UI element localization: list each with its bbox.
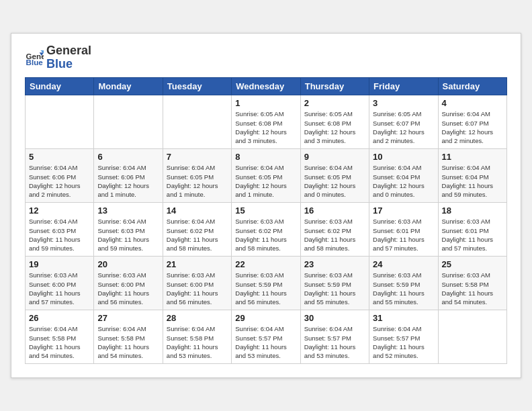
calendar-cell: 12Sunrise: 6:04 AM Sunset: 6:03 PM Dayli… bbox=[26, 203, 94, 257]
calendar-cell bbox=[26, 95, 94, 149]
calendar-cell: 23Sunrise: 6:03 AM Sunset: 5:59 PM Dayli… bbox=[300, 257, 369, 310]
day-number: 11 bbox=[442, 152, 503, 162]
day-info: Sunrise: 6:04 AM Sunset: 6:02 PM Dayligh… bbox=[167, 217, 228, 253]
day-info: Sunrise: 6:04 AM Sunset: 6:05 PM Dayligh… bbox=[235, 163, 296, 199]
day-info: Sunrise: 6:05 AM Sunset: 6:08 PM Dayligh… bbox=[235, 109, 296, 145]
day-number: 27 bbox=[97, 313, 159, 323]
day-info: Sunrise: 6:04 AM Sunset: 5:57 PM Dayligh… bbox=[304, 324, 365, 360]
calendar-cell bbox=[163, 95, 231, 149]
day-number: 3 bbox=[373, 98, 434, 108]
day-number: 20 bbox=[97, 259, 159, 269]
logo-icon: General Blue bbox=[25, 48, 44, 67]
day-info: Sunrise: 6:05 AM Sunset: 6:07 PM Dayligh… bbox=[373, 109, 434, 145]
day-number: 25 bbox=[442, 259, 503, 269]
calendar-cell: 27Sunrise: 6:04 AM Sunset: 5:58 PM Dayli… bbox=[94, 310, 163, 364]
day-number: 26 bbox=[29, 313, 90, 323]
calendar-cell: 24Sunrise: 6:03 AM Sunset: 5:59 PM Dayli… bbox=[369, 257, 438, 310]
day-info: Sunrise: 6:04 AM Sunset: 6:03 PM Dayligh… bbox=[97, 217, 159, 253]
day-info: Sunrise: 6:05 AM Sunset: 6:08 PM Dayligh… bbox=[304, 109, 365, 145]
calendar-cell: 30Sunrise: 6:04 AM Sunset: 5:57 PM Dayli… bbox=[300, 310, 369, 364]
calendar-cell: 18Sunrise: 6:03 AM Sunset: 6:01 PM Dayli… bbox=[438, 203, 506, 257]
calendar-cell: 20Sunrise: 6:03 AM Sunset: 6:00 PM Dayli… bbox=[94, 257, 163, 310]
week-row-3: 12Sunrise: 6:04 AM Sunset: 6:03 PM Dayli… bbox=[26, 203, 507, 257]
calendar-cell: 8Sunrise: 6:04 AM Sunset: 6:05 PM Daylig… bbox=[232, 149, 300, 203]
svg-text:Blue: Blue bbox=[26, 57, 44, 66]
day-info: Sunrise: 6:03 AM Sunset: 6:01 PM Dayligh… bbox=[442, 217, 503, 253]
day-info: Sunrise: 6:04 AM Sunset: 6:04 PM Dayligh… bbox=[373, 163, 434, 199]
day-info: Sunrise: 6:04 AM Sunset: 6:05 PM Dayligh… bbox=[167, 163, 228, 199]
day-number: 4 bbox=[442, 98, 503, 108]
day-number: 29 bbox=[235, 313, 296, 323]
calendar-cell: 6Sunrise: 6:04 AM Sunset: 6:06 PM Daylig… bbox=[94, 149, 163, 203]
week-row-5: 26Sunrise: 6:04 AM Sunset: 5:58 PM Dayli… bbox=[26, 310, 507, 364]
day-number: 6 bbox=[97, 152, 159, 162]
day-number: 14 bbox=[167, 205, 228, 216]
day-number: 23 bbox=[304, 259, 365, 269]
day-info: Sunrise: 6:04 AM Sunset: 6:03 PM Dayligh… bbox=[29, 217, 90, 253]
day-number: 17 bbox=[373, 205, 434, 216]
calendar-body: 1Sunrise: 6:05 AM Sunset: 6:08 PM Daylig… bbox=[26, 95, 507, 364]
day-info: Sunrise: 6:04 AM Sunset: 5:57 PM Dayligh… bbox=[235, 324, 296, 360]
day-number: 21 bbox=[167, 259, 228, 269]
calendar-cell: 9Sunrise: 6:04 AM Sunset: 6:05 PM Daylig… bbox=[300, 149, 369, 203]
day-number: 8 bbox=[235, 152, 296, 162]
day-number: 19 bbox=[29, 259, 90, 269]
weekday-friday: Friday bbox=[369, 78, 438, 95]
weekday-header-row: SundayMondayTuesdayWednesdayThursdayFrid… bbox=[26, 78, 507, 95]
weekday-thursday: Thursday bbox=[300, 78, 369, 95]
logo-text: General Blue bbox=[46, 44, 91, 71]
calendar-cell: 14Sunrise: 6:04 AM Sunset: 6:02 PM Dayli… bbox=[163, 203, 231, 257]
day-number: 18 bbox=[442, 205, 503, 216]
day-number: 10 bbox=[373, 152, 434, 162]
week-row-4: 19Sunrise: 6:03 AM Sunset: 6:00 PM Dayli… bbox=[26, 257, 507, 310]
day-info: Sunrise: 6:03 AM Sunset: 6:00 PM Dayligh… bbox=[29, 271, 90, 306]
day-info: Sunrise: 6:03 AM Sunset: 5:59 PM Dayligh… bbox=[373, 271, 434, 306]
calendar-container: General Blue General Blue SundayMondayTu… bbox=[11, 33, 521, 379]
calendar-cell: 28Sunrise: 6:04 AM Sunset: 5:58 PM Dayli… bbox=[163, 310, 231, 364]
calendar-cell: 10Sunrise: 6:04 AM Sunset: 6:04 PM Dayli… bbox=[369, 149, 438, 203]
weekday-tuesday: Tuesday bbox=[163, 78, 231, 95]
calendar-cell: 31Sunrise: 6:04 AM Sunset: 5:57 PM Dayli… bbox=[369, 310, 438, 364]
day-number: 22 bbox=[235, 259, 296, 269]
calendar-cell: 21Sunrise: 6:03 AM Sunset: 6:00 PM Dayli… bbox=[163, 257, 231, 310]
calendar-cell: 16Sunrise: 6:03 AM Sunset: 6:02 PM Dayli… bbox=[300, 203, 369, 257]
day-info: Sunrise: 6:03 AM Sunset: 5:59 PM Dayligh… bbox=[304, 271, 365, 306]
day-info: Sunrise: 6:04 AM Sunset: 5:58 PM Dayligh… bbox=[29, 324, 90, 360]
calendar-cell: 26Sunrise: 6:04 AM Sunset: 5:58 PM Dayli… bbox=[26, 310, 94, 364]
calendar-header: General Blue General Blue bbox=[25, 44, 507, 71]
calendar-cell: 13Sunrise: 6:04 AM Sunset: 6:03 PM Dayli… bbox=[94, 203, 163, 257]
calendar-cell: 4Sunrise: 6:04 AM Sunset: 6:07 PM Daylig… bbox=[438, 95, 506, 149]
day-info: Sunrise: 6:03 AM Sunset: 6:02 PM Dayligh… bbox=[304, 217, 365, 253]
day-number: 31 bbox=[373, 313, 434, 323]
day-number: 7 bbox=[167, 152, 228, 162]
day-number: 24 bbox=[373, 259, 434, 269]
day-info: Sunrise: 6:03 AM Sunset: 6:00 PM Dayligh… bbox=[167, 271, 228, 306]
day-info: Sunrise: 6:03 AM Sunset: 6:01 PM Dayligh… bbox=[373, 217, 434, 253]
day-number: 12 bbox=[29, 205, 90, 216]
day-number: 5 bbox=[29, 152, 90, 162]
day-info: Sunrise: 6:04 AM Sunset: 5:58 PM Dayligh… bbox=[167, 324, 228, 360]
calendar-cell bbox=[94, 95, 163, 149]
day-info: Sunrise: 6:04 AM Sunset: 6:06 PM Dayligh… bbox=[97, 163, 159, 199]
day-info: Sunrise: 6:04 AM Sunset: 5:58 PM Dayligh… bbox=[97, 324, 159, 360]
day-info: Sunrise: 6:04 AM Sunset: 6:04 PM Dayligh… bbox=[442, 163, 503, 199]
day-info: Sunrise: 6:03 AM Sunset: 5:58 PM Dayligh… bbox=[442, 271, 503, 306]
day-info: Sunrise: 6:04 AM Sunset: 6:07 PM Dayligh… bbox=[442, 109, 503, 145]
calendar-cell: 25Sunrise: 6:03 AM Sunset: 5:58 PM Dayli… bbox=[438, 257, 506, 310]
calendar-cell: 19Sunrise: 6:03 AM Sunset: 6:00 PM Dayli… bbox=[26, 257, 94, 310]
day-number: 15 bbox=[235, 205, 296, 216]
calendar-cell: 7Sunrise: 6:04 AM Sunset: 6:05 PM Daylig… bbox=[163, 149, 231, 203]
calendar-cell: 29Sunrise: 6:04 AM Sunset: 5:57 PM Dayli… bbox=[232, 310, 300, 364]
logo: General Blue General Blue bbox=[25, 44, 91, 71]
calendar-cell: 2Sunrise: 6:05 AM Sunset: 6:08 PM Daylig… bbox=[300, 95, 369, 149]
week-row-1: 1Sunrise: 6:05 AM Sunset: 6:08 PM Daylig… bbox=[26, 95, 507, 149]
day-number: 9 bbox=[304, 152, 365, 162]
weekday-wednesday: Wednesday bbox=[232, 78, 300, 95]
calendar-cell: 22Sunrise: 6:03 AM Sunset: 5:59 PM Dayli… bbox=[232, 257, 300, 310]
day-number: 16 bbox=[304, 205, 365, 216]
calendar-cell: 11Sunrise: 6:04 AM Sunset: 6:04 PM Dayli… bbox=[438, 149, 506, 203]
day-info: Sunrise: 6:04 AM Sunset: 6:06 PM Dayligh… bbox=[29, 163, 90, 199]
week-row-2: 5Sunrise: 6:04 AM Sunset: 6:06 PM Daylig… bbox=[26, 149, 507, 203]
weekday-saturday: Saturday bbox=[438, 78, 506, 95]
day-number: 30 bbox=[304, 313, 365, 323]
